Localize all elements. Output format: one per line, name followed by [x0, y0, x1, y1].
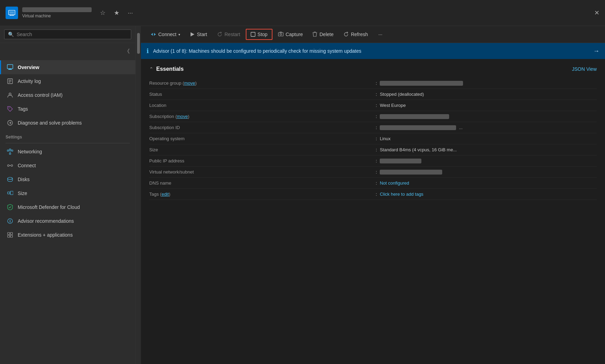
advisor-icon [7, 218, 14, 225]
refresh-label: Refresh [351, 32, 368, 37]
connect-chevron: ▾ [178, 33, 180, 36]
connect-button[interactable]: Connect ▾ [146, 29, 184, 39]
favorite-button[interactable]: ★ [112, 8, 121, 18]
sidebar-item-diagnose[interactable]: Diagnose and solve problems [0, 116, 135, 130]
tags-icon [7, 105, 14, 112]
sidebar-item-label-overview: Overview [18, 65, 39, 70]
sidebar-item-defender[interactable]: Microsoft Defender for Cloud [0, 200, 135, 214]
pin-button[interactable]: ☆ [99, 8, 107, 18]
sidebar-collapse-button[interactable]: 《 [121, 44, 133, 59]
essentials-grid: Resource group (move) : Status : Stopped… [149, 78, 597, 200]
top-bar-actions: ☆ ★ ··· [99, 8, 134, 18]
size-text: Standard B4ms (4 vcpus, 16 GiB me... [380, 147, 457, 152]
settings-divider [6, 143, 130, 143]
sidebar-item-tags[interactable]: Tags [0, 102, 135, 116]
essentials-value-public-ip: : [373, 155, 597, 167]
connect-icon [7, 162, 14, 169]
essentials-collapse-icon[interactable]: ⌃ [149, 66, 153, 72]
disks-icon [7, 176, 14, 183]
refresh-button[interactable]: Refresh [339, 29, 372, 39]
more-options-button[interactable]: ··· [126, 8, 134, 18]
essentials-value-resource-group: : [373, 78, 597, 89]
essentials-label-dns: DNS name [149, 178, 373, 189]
sidebar-item-disks[interactable]: Disks [0, 172, 135, 186]
essentials-value-dns: : Not configured [373, 178, 597, 189]
restart-icon [217, 32, 222, 37]
advisor-info-icon: ℹ [146, 47, 149, 55]
essentials-label-size: Size [149, 144, 373, 155]
essentials-value-status: : Stopped (deallocated) [373, 89, 597, 100]
json-view-link[interactable]: JSON View [572, 66, 597, 72]
subscription-move-link[interactable]: move [177, 114, 188, 119]
svg-marker-30 [191, 32, 194, 36]
start-label: Start [197, 32, 207, 37]
search-input[interactable] [17, 32, 127, 37]
vm-name-blurred [22, 7, 92, 12]
svg-rect-31 [251, 32, 255, 36]
activity-log-icon [7, 78, 14, 85]
scroll-thumb [137, 33, 140, 54]
svg-rect-24 [10, 191, 13, 195]
restart-label: Restart [225, 32, 240, 37]
svg-point-33 [280, 34, 282, 35]
capture-button[interactable]: Capture [274, 29, 307, 39]
status-text: Stopped (deallocated) [380, 92, 424, 97]
essentials-label-os: Operating system [149, 133, 373, 144]
sidebar-item-overview[interactable]: Overview [0, 60, 135, 74]
tags-edit-link[interactable]: edit [161, 192, 169, 197]
sidebar-item-networking[interactable]: Networking [0, 145, 135, 159]
restart-button[interactable]: Restart [213, 29, 244, 39]
sidebar-item-label-advisor: Advisor recommendations [18, 218, 74, 224]
start-button[interactable]: Start [186, 29, 211, 39]
svg-rect-27 [10, 232, 12, 235]
content-area: Connect ▾ Start Restart [141, 26, 605, 364]
sidebar-item-size[interactable]: Size [0, 186, 135, 200]
dns-name-link[interactable]: Not configured [380, 180, 409, 186]
os-text: Linux [380, 136, 390, 141]
close-button[interactable]: ✕ [594, 9, 599, 17]
sidebar-item-connect[interactable]: Connect [0, 159, 135, 172]
more-button[interactable]: ··· [374, 29, 387, 39]
settings-section-label: Settings [0, 130, 135, 142]
public-ip-blurred [380, 159, 421, 163]
svg-rect-14 [11, 150, 13, 151]
advisor-banner-text: Advisor (1 of 8): Machines should be con… [153, 48, 361, 54]
essentials-value-size: : Standard B4ms (4 vcpus, 16 GiB me... [373, 144, 597, 155]
svg-rect-32 [278, 33, 283, 36]
essentials-label-public-ip: Public IP address [149, 155, 373, 167]
delete-icon [312, 32, 317, 37]
tags-add-link[interactable]: Click here to add tags [380, 192, 423, 197]
sidebar-scrollbar[interactable] [135, 26, 141, 364]
svg-rect-1 [10, 11, 14, 14]
search-bar: 🔍 [0, 26, 135, 43]
start-icon [190, 32, 195, 37]
sidebar-item-advisor[interactable]: Advisor recommendations [0, 214, 135, 228]
delete-button[interactable]: Delete [308, 29, 337, 39]
sidebar-item-iam[interactable]: Access control (IAM) [0, 88, 135, 102]
essentials-title: Essentials [156, 66, 184, 72]
search-input-wrapper[interactable]: 🔍 [4, 29, 131, 39]
essentials-label-tags: Tags (edit) [149, 189, 373, 200]
sidebar-item-activity-log[interactable]: Activity log [0, 74, 135, 88]
sidebar-item-label-disks: Disks [18, 177, 30, 182]
connect-label: Connect [158, 32, 176, 37]
stop-button[interactable]: Stop [246, 29, 272, 40]
overview-icon [7, 64, 14, 71]
sidebar-item-extensions[interactable]: Extensions + applications [0, 228, 135, 242]
essentials-label-subscription-id: Subscription ID [149, 122, 373, 133]
capture-label: Capture [286, 32, 303, 37]
essentials-value-os: : Linux [373, 133, 597, 144]
svg-rect-3 [8, 69, 12, 70]
svg-point-10 [9, 108, 9, 108]
resource-group-move-link[interactable]: move [184, 81, 195, 86]
advisor-banner-arrow[interactable]: → [593, 48, 599, 55]
svg-rect-28 [8, 235, 10, 237]
iam-icon [7, 92, 14, 99]
subscription-blurred [380, 114, 449, 119]
sidebar-item-label-defender: Microsoft Defender for Cloud [18, 204, 80, 210]
svg-rect-34 [280, 32, 282, 33]
stop-icon [251, 32, 255, 37]
essentials-value-subscription: : [373, 111, 597, 122]
essentials-label-subscription: Subscription (move) [149, 111, 373, 122]
toolbar: Connect ▾ Start Restart [141, 26, 605, 43]
